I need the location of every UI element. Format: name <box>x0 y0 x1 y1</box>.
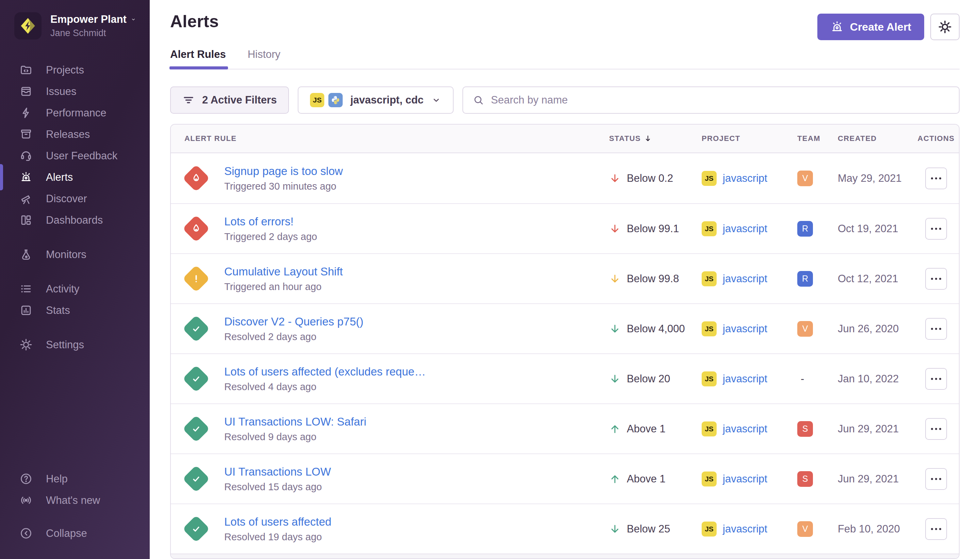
status-value: Below 99.8 <box>627 273 679 285</box>
created-cell: Jun 26, 2020 <box>838 323 913 335</box>
alerts-siren-icon <box>20 171 32 184</box>
project-link[interactable]: javascript <box>723 223 767 235</box>
alert-rule-link[interactable]: Lots of users affected (excludes reque… <box>224 365 426 378</box>
javascript-project-icon: JS <box>702 521 717 536</box>
alert-rule-subtitle: Triggered an hour ago <box>224 281 343 293</box>
column-header-status[interactable]: Status <box>609 134 702 143</box>
actions-cell <box>913 368 959 390</box>
activity-icon <box>20 283 32 295</box>
table-row: Lots of users affected Resolved 19 days … <box>171 503 959 554</box>
org-switcher[interactable]: Empower Plant Jane Schmidt <box>0 12 150 40</box>
help-icon <box>20 473 32 485</box>
sidebar-item-releases[interactable]: Releases <box>0 124 150 145</box>
column-header-alert-rule[interactable]: Alert Rule <box>171 134 609 143</box>
table-header: Alert Rule Status Project Team Created A… <box>171 125 959 153</box>
sidebar-item-issues[interactable]: Issues <box>0 81 150 102</box>
sidebar-nav: Projects Issues Performance Releases Use… <box>0 59 150 559</box>
row-actions-button[interactable] <box>925 518 947 540</box>
row-actions-button[interactable] <box>925 268 947 290</box>
row-actions-button[interactable] <box>925 167 947 189</box>
alert-rule-cell: Signup page is too slow Triggered 30 min… <box>171 165 609 192</box>
sidebar-item-monitors[interactable]: Monitors <box>0 244 150 265</box>
collapse-icon <box>20 527 32 539</box>
sidebar-item-settings[interactable]: Settings <box>0 334 150 356</box>
alert-rule-link[interactable]: Cumulative Layout Shift <box>224 265 343 278</box>
javascript-project-icon: JS <box>702 321 717 336</box>
column-header-created[interactable]: Created <box>838 134 913 143</box>
alert-settings-button[interactable] <box>931 13 960 40</box>
column-header-team[interactable]: Team <box>797 134 838 143</box>
row-actions-button[interactable] <box>925 368 947 390</box>
sidebar-item-user-feedback[interactable]: User Feedback <box>0 145 150 167</box>
sidebar-item-stats[interactable]: Stats <box>0 299 150 321</box>
table-row: Discover V2 - Queries p75() Resolved 2 d… <box>171 303 959 353</box>
performance-icon <box>20 107 32 119</box>
status-value: Below 20 <box>627 373 670 385</box>
alert-rule-link[interactable]: UI Transactions LOW: Safari <box>224 415 366 428</box>
siren-icon <box>830 20 844 34</box>
sidebar-item-activity[interactable]: Activity <box>0 278 150 299</box>
sidebar-item-label: Help <box>46 473 68 485</box>
project-link[interactable]: javascript <box>723 323 767 335</box>
table-body: Signup page is too slow Triggered 30 min… <box>171 153 959 554</box>
alert-rule-cell: UI Transactions LOW Resolved 15 days ago <box>171 465 609 493</box>
actions-cell <box>913 318 959 340</box>
row-actions-button[interactable] <box>925 218 947 240</box>
row-actions-button[interactable] <box>925 318 947 340</box>
active-filters-button[interactable]: 2 Active Filters <box>170 86 289 114</box>
team-cell: - <box>797 373 838 385</box>
column-header-project[interactable]: Project <box>702 134 797 143</box>
column-header-actions[interactable]: Actions <box>913 134 959 143</box>
sidebar-item-dashboards[interactable]: Dashboards <box>0 209 150 231</box>
sidebar-item-alerts[interactable]: Alerts <box>0 167 150 188</box>
arrow-up-icon <box>609 423 621 435</box>
alert-rule-subtitle: Resolved 9 days ago <box>224 431 366 443</box>
javascript-project-icon: JS <box>702 371 717 386</box>
create-alert-button[interactable]: Create Alert <box>817 13 924 40</box>
sidebar-item-label: Discover <box>46 193 87 205</box>
search-input[interactable] <box>491 94 949 106</box>
sidebar-item-collapse[interactable]: Collapse <box>0 523 150 544</box>
alert-rule-cell: Lots of users affected (excludes reque… … <box>171 365 609 392</box>
nav-divider <box>0 511 150 523</box>
team-avatar: S <box>797 471 813 487</box>
table-footer-strip <box>171 554 959 558</box>
nav-divider <box>0 231 150 244</box>
sidebar-item-performance[interactable]: Performance <box>0 102 150 124</box>
status-value: Above 1 <box>627 473 666 485</box>
project-link[interactable]: javascript <box>723 473 767 485</box>
check-icon <box>191 523 202 535</box>
check-icon <box>191 423 202 435</box>
sidebar-item-discover[interactable]: Discover <box>0 188 150 209</box>
project-link[interactable]: javascript <box>723 423 767 435</box>
table-row: Cumulative Layout Shift Triggered an hou… <box>171 253 959 303</box>
sidebar-item-help[interactable]: Help <box>0 468 150 490</box>
sidebar-item-label: Collapse <box>46 528 87 539</box>
alert-rule-link[interactable]: Lots of errors! <box>224 215 317 228</box>
tab-history[interactable]: History <box>248 48 280 69</box>
actions-cell <box>913 468 959 490</box>
alert-rule-link[interactable]: Discover V2 - Queries p75() <box>224 315 363 328</box>
sidebar-item-projects[interactable]: Projects <box>0 59 150 81</box>
status-cell: Below 99.1 <box>609 223 702 235</box>
project-selector-button[interactable]: JS javascript, cdc <box>298 86 453 114</box>
javascript-project-icon: JS <box>702 221 717 236</box>
project-link[interactable]: javascript <box>723 273 767 285</box>
sidebar-item-what-s-new[interactable]: What's new <box>0 490 150 511</box>
sidebar-item-label: Stats <box>46 304 70 317</box>
alert-rule-link[interactable]: UI Transactions LOW <box>224 465 331 478</box>
actions-cell <box>913 218 959 240</box>
project-link[interactable]: javascript <box>723 523 767 535</box>
alert-rule-link[interactable]: Lots of users affected <box>224 515 332 528</box>
tab-alert-rules[interactable]: Alert Rules <box>170 48 226 69</box>
alert-rule-link[interactable]: Signup page is too slow <box>224 165 343 178</box>
warning-diamond-icon <box>182 265 210 293</box>
project-link[interactable]: javascript <box>723 172 767 185</box>
team-avatar: R <box>797 221 813 237</box>
project-link[interactable]: javascript <box>723 373 767 385</box>
row-actions-button[interactable] <box>925 468 947 490</box>
table-row: Signup page is too slow Triggered 30 min… <box>171 153 959 203</box>
row-actions-button[interactable] <box>925 418 947 440</box>
table-row: Lots of errors! Triggered 2 days ago Bel… <box>171 203 959 253</box>
created-cell: Feb 10, 2020 <box>838 523 913 535</box>
